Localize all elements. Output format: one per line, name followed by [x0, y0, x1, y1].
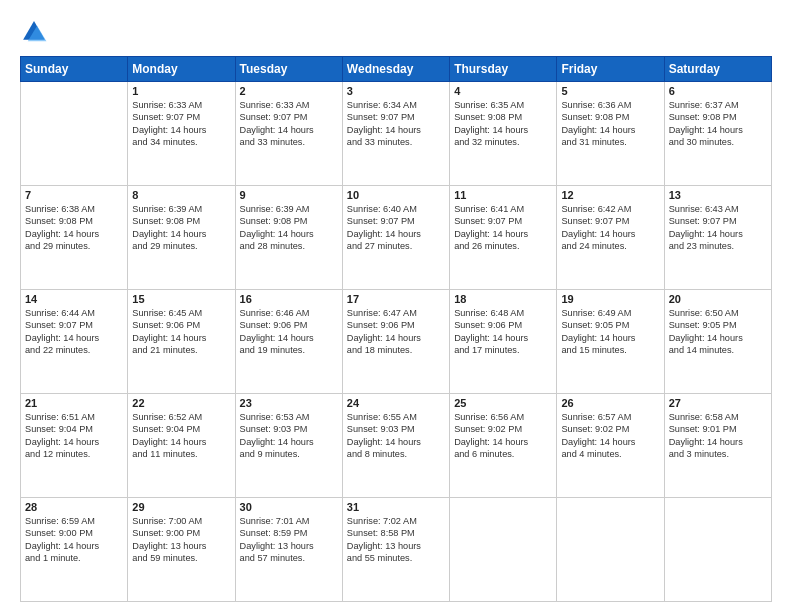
day-number: 20	[669, 293, 767, 305]
day-number: 17	[347, 293, 445, 305]
calendar-week-row: 7Sunrise: 6:38 AM Sunset: 9:08 PM Daylig…	[21, 186, 772, 290]
page: SundayMondayTuesdayWednesdayThursdayFrid…	[0, 0, 792, 612]
calendar-cell: 14Sunrise: 6:44 AM Sunset: 9:07 PM Dayli…	[21, 290, 128, 394]
calendar-cell: 25Sunrise: 6:56 AM Sunset: 9:02 PM Dayli…	[450, 394, 557, 498]
day-number: 12	[561, 189, 659, 201]
calendar-cell: 9Sunrise: 6:39 AM Sunset: 9:08 PM Daylig…	[235, 186, 342, 290]
cell-content: Sunrise: 6:35 AM Sunset: 9:08 PM Dayligh…	[454, 99, 552, 149]
day-number: 29	[132, 501, 230, 513]
cell-content: Sunrise: 6:49 AM Sunset: 9:05 PM Dayligh…	[561, 307, 659, 357]
calendar-cell: 30Sunrise: 7:01 AM Sunset: 8:59 PM Dayli…	[235, 498, 342, 602]
cell-content: Sunrise: 6:39 AM Sunset: 9:08 PM Dayligh…	[240, 203, 338, 253]
day-number: 3	[347, 85, 445, 97]
calendar-day-header: Friday	[557, 57, 664, 82]
calendar-cell: 23Sunrise: 6:53 AM Sunset: 9:03 PM Dayli…	[235, 394, 342, 498]
calendar-cell: 21Sunrise: 6:51 AM Sunset: 9:04 PM Dayli…	[21, 394, 128, 498]
day-number: 5	[561, 85, 659, 97]
cell-content: Sunrise: 7:02 AM Sunset: 8:58 PM Dayligh…	[347, 515, 445, 565]
day-number: 28	[25, 501, 123, 513]
calendar-cell: 3Sunrise: 6:34 AM Sunset: 9:07 PM Daylig…	[342, 82, 449, 186]
cell-content: Sunrise: 6:59 AM Sunset: 9:00 PM Dayligh…	[25, 515, 123, 565]
calendar-cell: 8Sunrise: 6:39 AM Sunset: 9:08 PM Daylig…	[128, 186, 235, 290]
calendar-day-header: Sunday	[21, 57, 128, 82]
calendar-cell: 4Sunrise: 6:35 AM Sunset: 9:08 PM Daylig…	[450, 82, 557, 186]
day-number: 13	[669, 189, 767, 201]
calendar-cell: 19Sunrise: 6:49 AM Sunset: 9:05 PM Dayli…	[557, 290, 664, 394]
calendar-week-row: 21Sunrise: 6:51 AM Sunset: 9:04 PM Dayli…	[21, 394, 772, 498]
cell-content: Sunrise: 6:44 AM Sunset: 9:07 PM Dayligh…	[25, 307, 123, 357]
cell-content: Sunrise: 6:41 AM Sunset: 9:07 PM Dayligh…	[454, 203, 552, 253]
cell-content: Sunrise: 6:38 AM Sunset: 9:08 PM Dayligh…	[25, 203, 123, 253]
day-number: 1	[132, 85, 230, 97]
cell-content: Sunrise: 6:47 AM Sunset: 9:06 PM Dayligh…	[347, 307, 445, 357]
cell-content: Sunrise: 6:46 AM Sunset: 9:06 PM Dayligh…	[240, 307, 338, 357]
day-number: 21	[25, 397, 123, 409]
calendar-cell: 28Sunrise: 6:59 AM Sunset: 9:00 PM Dayli…	[21, 498, 128, 602]
calendar-cell: 6Sunrise: 6:37 AM Sunset: 9:08 PM Daylig…	[664, 82, 771, 186]
calendar-cell	[450, 498, 557, 602]
day-number: 24	[347, 397, 445, 409]
calendar-week-row: 14Sunrise: 6:44 AM Sunset: 9:07 PM Dayli…	[21, 290, 772, 394]
calendar-cell: 16Sunrise: 6:46 AM Sunset: 9:06 PM Dayli…	[235, 290, 342, 394]
day-number: 19	[561, 293, 659, 305]
cell-content: Sunrise: 6:57 AM Sunset: 9:02 PM Dayligh…	[561, 411, 659, 461]
calendar-cell: 11Sunrise: 6:41 AM Sunset: 9:07 PM Dayli…	[450, 186, 557, 290]
cell-content: Sunrise: 6:50 AM Sunset: 9:05 PM Dayligh…	[669, 307, 767, 357]
calendar-cell: 22Sunrise: 6:52 AM Sunset: 9:04 PM Dayli…	[128, 394, 235, 498]
day-number: 15	[132, 293, 230, 305]
calendar-cell	[664, 498, 771, 602]
day-number: 9	[240, 189, 338, 201]
cell-content: Sunrise: 7:01 AM Sunset: 8:59 PM Dayligh…	[240, 515, 338, 565]
calendar-day-header: Saturday	[664, 57, 771, 82]
calendar-header-row: SundayMondayTuesdayWednesdayThursdayFrid…	[21, 57, 772, 82]
day-number: 23	[240, 397, 338, 409]
cell-content: Sunrise: 6:56 AM Sunset: 9:02 PM Dayligh…	[454, 411, 552, 461]
calendar-cell: 2Sunrise: 6:33 AM Sunset: 9:07 PM Daylig…	[235, 82, 342, 186]
day-number: 11	[454, 189, 552, 201]
day-number: 27	[669, 397, 767, 409]
cell-content: Sunrise: 6:33 AM Sunset: 9:07 PM Dayligh…	[240, 99, 338, 149]
cell-content: Sunrise: 6:33 AM Sunset: 9:07 PM Dayligh…	[132, 99, 230, 149]
cell-content: Sunrise: 6:42 AM Sunset: 9:07 PM Dayligh…	[561, 203, 659, 253]
calendar-day-header: Thursday	[450, 57, 557, 82]
calendar-cell: 5Sunrise: 6:36 AM Sunset: 9:08 PM Daylig…	[557, 82, 664, 186]
calendar-day-header: Monday	[128, 57, 235, 82]
logo-icon	[20, 18, 48, 46]
day-number: 8	[132, 189, 230, 201]
day-number: 14	[25, 293, 123, 305]
calendar-cell: 10Sunrise: 6:40 AM Sunset: 9:07 PM Dayli…	[342, 186, 449, 290]
calendar-cell: 13Sunrise: 6:43 AM Sunset: 9:07 PM Dayli…	[664, 186, 771, 290]
cell-content: Sunrise: 7:00 AM Sunset: 9:00 PM Dayligh…	[132, 515, 230, 565]
calendar-day-header: Tuesday	[235, 57, 342, 82]
calendar-cell: 31Sunrise: 7:02 AM Sunset: 8:58 PM Dayli…	[342, 498, 449, 602]
day-number: 18	[454, 293, 552, 305]
day-number: 31	[347, 501, 445, 513]
calendar-cell: 18Sunrise: 6:48 AM Sunset: 9:06 PM Dayli…	[450, 290, 557, 394]
calendar-cell: 20Sunrise: 6:50 AM Sunset: 9:05 PM Dayli…	[664, 290, 771, 394]
calendar-cell	[21, 82, 128, 186]
day-number: 2	[240, 85, 338, 97]
calendar-cell: 12Sunrise: 6:42 AM Sunset: 9:07 PM Dayli…	[557, 186, 664, 290]
calendar-cell	[557, 498, 664, 602]
cell-content: Sunrise: 6:37 AM Sunset: 9:08 PM Dayligh…	[669, 99, 767, 149]
cell-content: Sunrise: 6:36 AM Sunset: 9:08 PM Dayligh…	[561, 99, 659, 149]
calendar-cell: 1Sunrise: 6:33 AM Sunset: 9:07 PM Daylig…	[128, 82, 235, 186]
header	[20, 18, 772, 46]
day-number: 22	[132, 397, 230, 409]
calendar-cell: 17Sunrise: 6:47 AM Sunset: 9:06 PM Dayli…	[342, 290, 449, 394]
cell-content: Sunrise: 6:39 AM Sunset: 9:08 PM Dayligh…	[132, 203, 230, 253]
calendar-cell: 24Sunrise: 6:55 AM Sunset: 9:03 PM Dayli…	[342, 394, 449, 498]
calendar-cell: 7Sunrise: 6:38 AM Sunset: 9:08 PM Daylig…	[21, 186, 128, 290]
cell-content: Sunrise: 6:40 AM Sunset: 9:07 PM Dayligh…	[347, 203, 445, 253]
day-number: 10	[347, 189, 445, 201]
cell-content: Sunrise: 6:51 AM Sunset: 9:04 PM Dayligh…	[25, 411, 123, 461]
cell-content: Sunrise: 6:52 AM Sunset: 9:04 PM Dayligh…	[132, 411, 230, 461]
cell-content: Sunrise: 6:48 AM Sunset: 9:06 PM Dayligh…	[454, 307, 552, 357]
calendar-cell: 15Sunrise: 6:45 AM Sunset: 9:06 PM Dayli…	[128, 290, 235, 394]
calendar-week-row: 28Sunrise: 6:59 AM Sunset: 9:00 PM Dayli…	[21, 498, 772, 602]
day-number: 4	[454, 85, 552, 97]
day-number: 25	[454, 397, 552, 409]
calendar-cell: 27Sunrise: 6:58 AM Sunset: 9:01 PM Dayli…	[664, 394, 771, 498]
cell-content: Sunrise: 6:45 AM Sunset: 9:06 PM Dayligh…	[132, 307, 230, 357]
day-number: 26	[561, 397, 659, 409]
